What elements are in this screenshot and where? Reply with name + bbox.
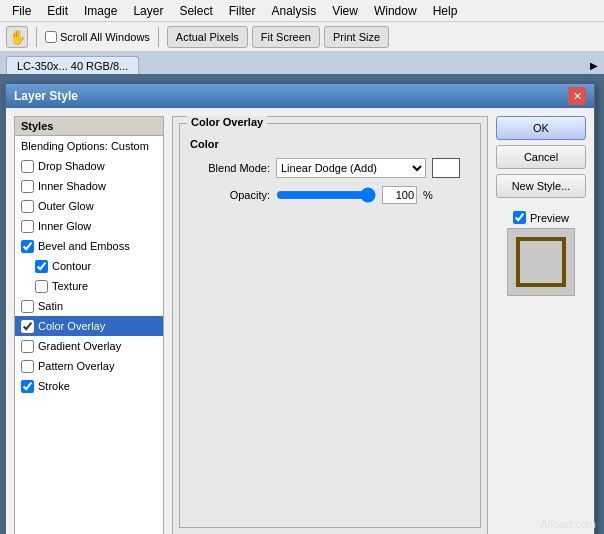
- menu-filter[interactable]: Filter: [221, 2, 264, 20]
- style-outer-glow-label: Outer Glow: [38, 200, 94, 212]
- style-drop-shadow-label: Drop Shadow: [38, 160, 105, 172]
- contour-checkbox[interactable]: [35, 260, 48, 273]
- preview-label: Preview: [530, 212, 569, 224]
- menu-window[interactable]: Window: [366, 2, 425, 20]
- menu-select[interactable]: Select: [171, 2, 220, 20]
- cancel-button[interactable]: Cancel: [496, 145, 586, 169]
- satin-checkbox[interactable]: [21, 300, 34, 313]
- menu-file[interactable]: File: [4, 2, 39, 20]
- stroke-checkbox[interactable]: [21, 380, 34, 393]
- tab-scroll-arrow[interactable]: ▶: [590, 60, 598, 71]
- scroll-all-windows-checkbox[interactable]: [45, 31, 57, 43]
- dialog-close-button[interactable]: ✕: [568, 87, 586, 105]
- opacity-percent: %: [423, 189, 433, 201]
- style-contour-label: Contour: [52, 260, 91, 272]
- style-texture-label: Texture: [52, 280, 88, 292]
- color-overlay-section-title: Color Overlay: [187, 116, 267, 128]
- dialog-titlebar[interactable]: Layer Style ✕: [6, 84, 594, 108]
- tab-strip: LC-350x... 40 RGB/8... ▶: [0, 52, 604, 74]
- pattern-overlay-checkbox[interactable]: [21, 360, 34, 373]
- menu-analysis[interactable]: Analysis: [263, 2, 324, 20]
- fit-screen-button[interactable]: Fit Screen: [252, 26, 320, 48]
- opacity-slider[interactable]: [276, 188, 376, 202]
- scroll-all-windows-toggle[interactable]: Scroll All Windows: [45, 31, 150, 43]
- color-swatch[interactable]: [432, 158, 460, 178]
- preview-checkbox[interactable]: [513, 211, 526, 224]
- styles-panel: Styles Blending Options: Custom Drop Sha…: [14, 116, 164, 534]
- gradient-overlay-checkbox[interactable]: [21, 340, 34, 353]
- dialog-title: Layer Style: [14, 89, 78, 103]
- tab-label: LC-350x... 40 RGB/8...: [17, 60, 128, 72]
- menu-help[interactable]: Help: [425, 2, 466, 20]
- dialog-body: Styles Blending Options: Custom Drop Sha…: [6, 108, 594, 534]
- menu-view[interactable]: View: [324, 2, 366, 20]
- toolbar-separator: [36, 27, 37, 47]
- menu-layer[interactable]: Layer: [125, 2, 171, 20]
- menu-image[interactable]: Image: [76, 2, 125, 20]
- watermark: Alfoart.com: [540, 518, 596, 530]
- style-item-stroke[interactable]: Stroke: [15, 376, 163, 396]
- style-color-overlay-label: Color Overlay: [38, 320, 105, 332]
- drop-shadow-checkbox[interactable]: [21, 160, 34, 173]
- styles-panel-header: Styles: [15, 117, 163, 136]
- style-item-outer-glow[interactable]: Outer Glow: [15, 196, 163, 216]
- opacity-row: Opacity: %: [190, 186, 470, 204]
- style-inner-shadow-label: Inner Shadow: [38, 180, 106, 192]
- style-blending-label: Blending Options: Custom: [21, 140, 149, 152]
- style-item-pattern-overlay[interactable]: Pattern Overlay: [15, 356, 163, 376]
- menu-bar: File Edit Image Layer Select Filter Anal…: [0, 0, 604, 22]
- style-item-contour[interactable]: Contour: [15, 256, 163, 276]
- blend-mode-row: Blend Mode: Linear Dodge (Add) Normal Di…: [190, 158, 470, 178]
- style-gradient-overlay-label: Gradient Overlay: [38, 340, 121, 352]
- bevel-emboss-checkbox[interactable]: [21, 240, 34, 253]
- style-item-color-overlay[interactable]: Color Overlay: [15, 316, 163, 336]
- inner-glow-checkbox[interactable]: [21, 220, 34, 233]
- opacity-label: Opacity:: [190, 189, 270, 201]
- hand-tool-icon[interactable]: ✋: [6, 26, 28, 48]
- preview-section: Preview: [496, 211, 586, 296]
- blend-mode-label: Blend Mode:: [190, 162, 270, 174]
- content-area: Color Overlay Color Blend Mode: Linear D…: [172, 116, 488, 534]
- image-tab[interactable]: LC-350x... 40 RGB/8...: [6, 56, 139, 74]
- style-item-blending[interactable]: Blending Options: Custom: [15, 136, 163, 156]
- preview-box: [507, 228, 575, 296]
- preview-toggle-row[interactable]: Preview: [513, 211, 569, 224]
- inner-shadow-checkbox[interactable]: [21, 180, 34, 193]
- style-item-texture[interactable]: Texture: [15, 276, 163, 296]
- style-item-drop-shadow[interactable]: Drop Shadow: [15, 156, 163, 176]
- style-inner-glow-label: Inner Glow: [38, 220, 91, 232]
- toolbar-separator-2: [158, 27, 159, 47]
- toolbar: ✋ Scroll All Windows Actual Pixels Fit S…: [0, 22, 604, 52]
- actual-pixels-button[interactable]: Actual Pixels: [167, 26, 248, 48]
- outer-glow-checkbox[interactable]: [21, 200, 34, 213]
- print-size-button[interactable]: Print Size: [324, 26, 389, 48]
- main-area: Layer Style ✕ Styles Blending Options: C…: [0, 74, 604, 534]
- opacity-input[interactable]: [382, 186, 417, 204]
- style-item-gradient-overlay[interactable]: Gradient Overlay: [15, 336, 163, 356]
- style-item-inner-shadow[interactable]: Inner Shadow: [15, 176, 163, 196]
- buttons-panel: OK Cancel New Style... Preview: [496, 116, 586, 534]
- scroll-all-windows-label: Scroll All Windows: [60, 31, 150, 43]
- style-item-inner-glow[interactable]: Inner Glow: [15, 216, 163, 236]
- blend-mode-select[interactable]: Linear Dodge (Add) Normal Dissolve Multi…: [276, 158, 426, 178]
- style-satin-label: Satin: [38, 300, 63, 312]
- ok-button[interactable]: OK: [496, 116, 586, 140]
- new-style-button[interactable]: New Style...: [496, 174, 586, 198]
- color-overlay-section: Color Overlay Color Blend Mode: Linear D…: [179, 123, 481, 528]
- style-pattern-overlay-label: Pattern Overlay: [38, 360, 114, 372]
- style-bevel-emboss-label: Bevel and Emboss: [38, 240, 130, 252]
- preview-icon: [516, 237, 566, 287]
- style-item-satin[interactable]: Satin: [15, 296, 163, 316]
- menu-edit[interactable]: Edit: [39, 2, 76, 20]
- color-overlay-checkbox[interactable]: [21, 320, 34, 333]
- texture-checkbox[interactable]: [35, 280, 48, 293]
- layer-style-dialog: Layer Style ✕ Styles Blending Options: C…: [5, 84, 595, 534]
- style-item-bevel-emboss[interactable]: Bevel and Emboss: [15, 236, 163, 256]
- content-outer: Color Overlay Color Blend Mode: Linear D…: [179, 123, 481, 528]
- color-sub-label: Color: [190, 138, 470, 150]
- style-stroke-label: Stroke: [38, 380, 70, 392]
